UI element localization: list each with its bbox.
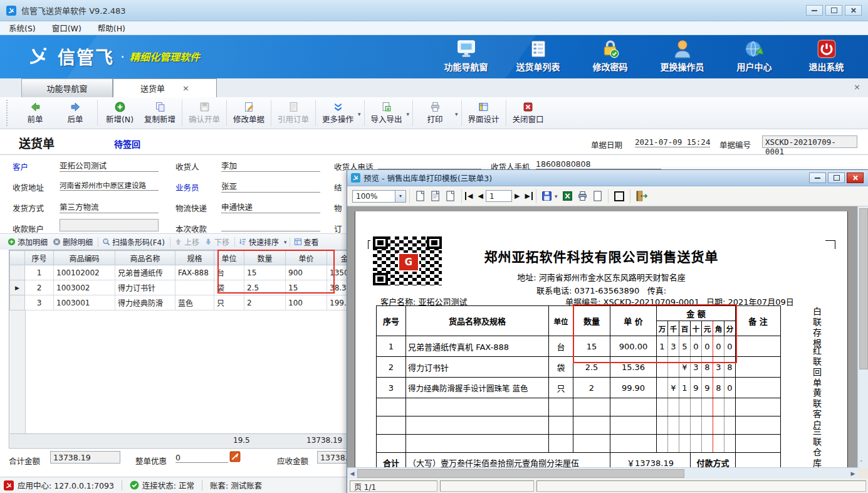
tab-close-icon[interactable]: × bbox=[182, 83, 189, 93]
banner-button-exit[interactable]: 退出系统 bbox=[793, 39, 859, 75]
reference-order-button[interactable]: 引用订单 bbox=[273, 100, 313, 126]
banner-button-password[interactable]: 修改密码 bbox=[577, 39, 643, 75]
col-qty[interactable]: 数量 bbox=[244, 251, 286, 265]
preview-status-bar: 页 1/1 bbox=[347, 479, 868, 493]
confirm-open-button[interactable]: 确认开单 bbox=[184, 100, 224, 126]
account-set-status: 账套: 测试账套 bbox=[210, 479, 262, 491]
salesman-field[interactable]: 张亚 bbox=[221, 180, 320, 193]
pt-total-words: （大写）壹万叁仟柒佰叁拾捌元壹角捌分柒厘伍 bbox=[406, 453, 610, 469]
horizontal-scroll-thumb[interactable] bbox=[357, 469, 684, 478]
preview-close-button[interactable] bbox=[847, 172, 864, 183]
banner-button-usercenter[interactable]: 用户中心 bbox=[721, 39, 787, 75]
modify-doc-button[interactable]: 修改单据 bbox=[229, 100, 269, 126]
add-new-button[interactable]: 新增(N) bbox=[100, 100, 140, 126]
quick-sort-caret[interactable]: ▾ bbox=[284, 239, 287, 245]
more-actions-caret[interactable]: ▾ bbox=[358, 111, 361, 117]
doc-date-field[interactable]: 2021-07-09 15:24 bbox=[635, 137, 710, 147]
preview-restore-button[interactable] bbox=[828, 172, 845, 183]
zoom-select[interactable]: 100% ▾ bbox=[352, 190, 406, 203]
vertical-scroll-thumb[interactable] bbox=[859, 208, 868, 369]
move-down-button[interactable]: 下移 bbox=[204, 236, 229, 247]
grid-row[interactable]: 1 100102002 兄弟普通纸传 FAX-888 台 15 900 1350… bbox=[10, 265, 370, 280]
prev-doc-button[interactable]: 前单 bbox=[15, 100, 55, 126]
discount-field[interactable]: 0 bbox=[175, 453, 228, 463]
grid-row[interactable]: 3 1003001 得力经典防滑 蓝色 只 2 100 199.8 bbox=[10, 295, 370, 310]
page-whole-button[interactable] bbox=[413, 189, 428, 204]
salesman-label: 业务员 bbox=[175, 181, 199, 193]
address-field[interactable]: 河南省郑州市中原区建设路 bbox=[60, 180, 159, 191]
move-up-button[interactable]: 上移 bbox=[174, 236, 199, 247]
banner-button-list[interactable]: 送货单列表 bbox=[505, 39, 571, 75]
account-field[interactable] bbox=[60, 219, 159, 231]
page-number-input[interactable]: 1 bbox=[486, 190, 512, 202]
blank-page-button[interactable] bbox=[590, 189, 605, 204]
company-phone: 联系电话: 0371-63563890 传真: bbox=[355, 284, 847, 296]
menu-system[interactable]: 系统(S) bbox=[9, 22, 36, 34]
ui-design-button[interactable]: 界面设计 bbox=[464, 100, 504, 126]
print-caret[interactable]: ▾ bbox=[455, 111, 458, 117]
prev-page-button[interactable]: ◀ bbox=[475, 192, 485, 200]
first-page-button[interactable]: ◀ bbox=[465, 192, 475, 200]
import-export-button[interactable]: 导入导出 bbox=[367, 100, 407, 126]
exit-preview-button[interactable] bbox=[634, 189, 649, 204]
edit-icon bbox=[244, 102, 254, 112]
col-seq[interactable]: 序号 bbox=[25, 251, 54, 265]
preview-title-bar[interactable]: 预览 - 销售出库单打印模板(三联单3) bbox=[347, 170, 868, 186]
last-page-button[interactable]: ▶ bbox=[522, 192, 532, 200]
preview-minimize-button[interactable] bbox=[809, 172, 826, 183]
print-total-row: 合计 （大写）壹万叁仟柒佰叁拾捌元壹角捌分柒厘伍 ￥13738.19 付款方式 bbox=[377, 453, 781, 469]
print-report-button[interactable] bbox=[575, 189, 590, 204]
more-actions-button[interactable]: 更多操作 bbox=[318, 100, 358, 126]
menu-help[interactable]: 帮助(H) bbox=[98, 22, 125, 34]
col-code[interactable]: 商品编码 bbox=[54, 251, 115, 265]
maximize-button[interactable] bbox=[825, 5, 842, 16]
import-export-caret[interactable]: ▾ bbox=[407, 111, 410, 117]
scroll-right-icon[interactable]: ▶ bbox=[848, 470, 858, 477]
print-button[interactable]: 打印 bbox=[415, 100, 455, 126]
doc-no-field[interactable]: XSCKD-20210709-0001 bbox=[762, 135, 857, 148]
pay-now-field[interactable] bbox=[221, 221, 320, 231]
menu-bar: 系统(S) 窗口(W) 帮助(H) bbox=[0, 21, 868, 35]
scroll-left-icon[interactable]: ◀ bbox=[347, 470, 357, 477]
next-page-button[interactable]: ▶ bbox=[512, 192, 522, 200]
copy-new-button[interactable]: 复制新增 bbox=[140, 100, 180, 126]
tab-delivery-order[interactable]: 送货单 × bbox=[113, 78, 217, 97]
receiver-mobile-field[interactable]: 18608080808 bbox=[536, 159, 661, 169]
menu-window[interactable]: 窗口(W) bbox=[52, 22, 81, 34]
export-excel-button[interactable] bbox=[560, 189, 575, 204]
save-report-caret[interactable]: ▾ bbox=[555, 193, 558, 199]
zoom-caret-icon[interactable]: ▾ bbox=[395, 191, 405, 202]
banner-button-operator[interactable]: 更换操作员 bbox=[649, 39, 715, 75]
scan-barcode-button[interactable]: 扫描条形码(F4) bbox=[102, 236, 165, 247]
preview-horizontal-scrollbar[interactable]: ◀ ▶ bbox=[347, 467, 858, 479]
brand-name: 信管飞 bbox=[58, 44, 114, 69]
close-window-button[interactable]: 关闭窗口 bbox=[508, 100, 548, 126]
quick-sort-button[interactable]: 快速排序 bbox=[239, 236, 279, 247]
add-detail-button[interactable]: 添加明细 bbox=[8, 236, 48, 247]
view-button[interactable]: 查看 bbox=[294, 236, 319, 247]
preview-vertical-scrollbar[interactable]: ˅ bbox=[857, 206, 868, 468]
page-width-button[interactable] bbox=[428, 189, 443, 204]
minimize-button[interactable] bbox=[806, 5, 823, 16]
stop-button[interactable] bbox=[612, 189, 627, 204]
ship-method-field[interactable]: 第三方物流 bbox=[60, 201, 159, 213]
close-button[interactable] bbox=[845, 5, 862, 16]
col-name[interactable]: 商品名称 bbox=[115, 251, 175, 265]
receiver-phone-field[interactable] bbox=[378, 159, 481, 169]
col-price[interactable]: 单价 bbox=[286, 251, 327, 265]
tab-nav-window[interactable]: 功能导航窗 bbox=[21, 78, 113, 97]
delete-detail-button[interactable]: 删除明细 bbox=[53, 236, 93, 247]
col-unit[interactable]: 单位 bbox=[214, 251, 244, 265]
discount-edit-icon[interactable] bbox=[229, 451, 241, 464]
banner-button-nav[interactable]: 功能导航窗 bbox=[433, 39, 499, 75]
tabbar-close-icon[interactable]: × bbox=[854, 82, 860, 92]
page-100-button[interactable] bbox=[443, 189, 458, 204]
scroll-down-icon[interactable]: ˅ bbox=[860, 460, 863, 466]
express-field[interactable]: 申通快递 bbox=[221, 201, 320, 213]
save-report-button[interactable] bbox=[540, 189, 555, 204]
receiver-field[interactable]: 李加 bbox=[221, 159, 320, 172]
grid-row-selected[interactable]: ▶ 2 1003002 得力订书针 袋 2.5 15 38.39 bbox=[10, 280, 370, 295]
next-doc-button[interactable]: 后单 bbox=[55, 100, 95, 126]
col-spec[interactable]: 规格 bbox=[175, 251, 214, 265]
customer-field[interactable]: 亚拓公司测试 bbox=[60, 159, 159, 172]
